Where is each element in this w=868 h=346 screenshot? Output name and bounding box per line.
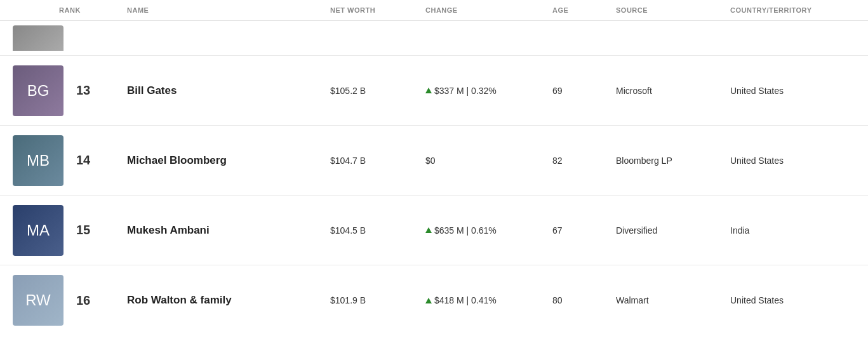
source-cell: Microsoft <box>616 86 730 96</box>
age-cell: 80 <box>552 295 616 305</box>
change-cell: $0 <box>425 156 552 166</box>
age-cell: 67 <box>552 225 616 236</box>
avatar-placeholder: RW <box>13 275 63 326</box>
source-cell: Bloomberg LP <box>616 156 730 166</box>
change-up-icon <box>425 227 432 233</box>
header-age: Age <box>552 6 616 14</box>
avatar-partial <box>13 25 63 51</box>
avatar-placeholder: BG <box>13 65 63 116</box>
rank-cell-0: BG 13 <box>13 65 127 116</box>
rank-number: 16 <box>74 293 93 308</box>
table-row: BG 13 Bill Gates $105.2 B $337 M | 0.32%… <box>0 56 868 126</box>
country-cell: United States <box>730 86 855 96</box>
age-cell: 69 <box>552 86 616 96</box>
header-name: Name <box>127 6 330 14</box>
name-cell: Mukesh Ambani <box>127 224 330 237</box>
rank-cell-1: MB 14 <box>13 135 127 186</box>
source-cell: Diversified <box>616 225 730 236</box>
avatar: BG <box>13 65 63 116</box>
table-row: MB 14 Michael Bloomberg $104.7 B $0 82 B… <box>0 126 868 196</box>
source-cell: Walmart <box>616 295 730 305</box>
header-networth: Net Worth <box>330 6 425 14</box>
name-cell: Rob Walton & family <box>127 294 330 307</box>
avatar-placeholder: MB <box>13 135 63 186</box>
name-cell: Michael Bloomberg <box>127 154 330 167</box>
avatar-placeholder: MA <box>13 205 63 256</box>
networth-cell: $105.2 B <box>330 86 425 96</box>
name-cell: Bill Gates <box>127 84 330 97</box>
header-change: Change <box>425 6 552 14</box>
change-cell: $337 M | 0.32% <box>425 86 552 96</box>
rank-cell-3: RW 16 <box>13 275 127 326</box>
country-cell: United States <box>730 156 855 166</box>
networth-cell: $104.7 B <box>330 156 425 166</box>
billionaires-table: Rank Name Net Worth Change Age Source Co… <box>0 0 868 335</box>
rank-cell-partial <box>13 25 127 51</box>
table-header: Rank Name Net Worth Change Age Source Co… <box>0 0 868 21</box>
change-up-icon <box>425 298 432 303</box>
networth-cell: $101.9 B <box>330 295 425 305</box>
country-cell: India <box>730 225 855 236</box>
header-rank: Rank <box>13 6 127 14</box>
avatar: RW <box>13 275 63 326</box>
rank-number: 14 <box>74 153 93 168</box>
change-cell: $635 M | 0.61% <box>425 225 552 236</box>
age-cell: 82 <box>552 156 616 166</box>
header-source: Source <box>616 6 730 14</box>
country-cell: United States <box>730 295 855 305</box>
rank-number: 13 <box>74 83 93 98</box>
avatar: MB <box>13 135 63 186</box>
change-up-icon <box>425 88 432 93</box>
header-country: Country/Territory <box>730 6 855 14</box>
avatar: MA <box>13 205 63 256</box>
table-row: MA 15 Mukesh Ambani $104.5 B $635 M | 0.… <box>0 196 868 265</box>
change-cell: $418 M | 0.41% <box>425 295 552 305</box>
rank-number: 15 <box>74 223 93 237</box>
table-row-partial <box>0 21 868 56</box>
rank-cell-2: MA 15 <box>13 205 127 256</box>
rows-container: BG 13 Bill Gates $105.2 B $337 M | 0.32%… <box>0 56 868 335</box>
table-row: RW 16 Rob Walton & family $101.9 B $418 … <box>0 265 868 335</box>
networth-cell: $104.5 B <box>330 225 425 236</box>
